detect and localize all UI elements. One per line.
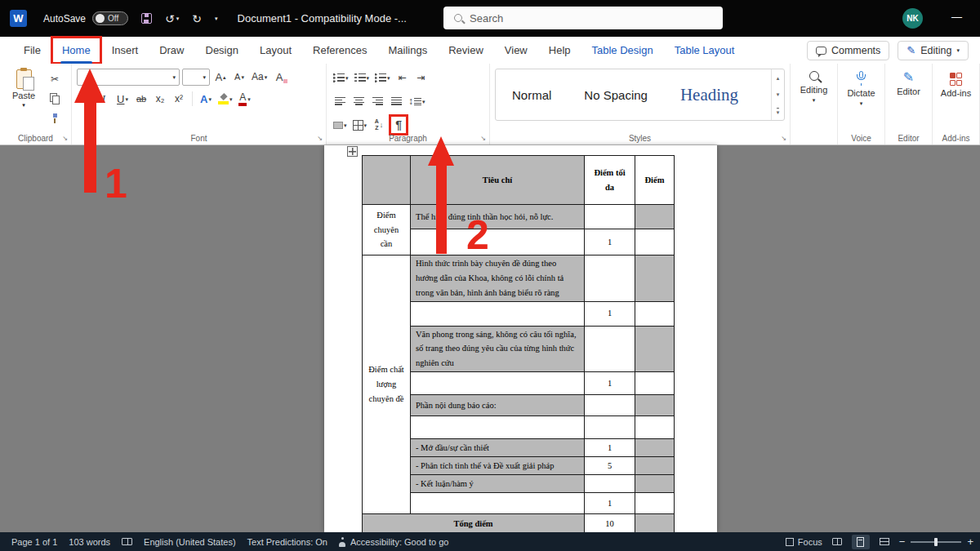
page[interactable]: Tiêu chíĐiểm tối đaĐiểmĐiểm chuyên cầnTh… [324, 145, 717, 532]
tab-table-design[interactable]: Table Design [581, 37, 664, 64]
table-cell[interactable]: - Mở đầu/sự cần thiết [411, 439, 585, 457]
table-cell[interactable]: Điểm chuyên cần [363, 205, 411, 256]
format-painter-button[interactable] [47, 109, 63, 127]
tab-review[interactable]: Review [438, 37, 494, 64]
tab-view[interactable]: View [494, 37, 538, 64]
table-cell[interactable] [411, 372, 585, 395]
table-cell[interactable]: Tiêu chí [411, 156, 585, 205]
clipboard-dialog-launcher[interactable]: ↘ [62, 135, 68, 142]
table-cell[interactable] [585, 416, 635, 439]
proofing-button[interactable] [122, 538, 132, 545]
italic-button[interactable]: I [96, 90, 112, 108]
tab-references[interactable]: References [302, 37, 377, 64]
web-layout-button[interactable] [875, 535, 893, 549]
style-no-spacing[interactable]: No Spacing [568, 69, 664, 120]
table-cell[interactable]: Điểm [635, 156, 675, 205]
table-cell[interactable] [635, 372, 675, 395]
table-cell[interactable]: Điểm chất lượng chuyên đề [363, 256, 411, 514]
table-cell[interactable]: 1 [585, 493, 635, 514]
cut-button[interactable]: ✂ [47, 70, 63, 88]
table-cell[interactable]: 1 [585, 301, 635, 326]
editing-mode-button[interactable]: ✎ Editing ▾ [898, 41, 969, 60]
strikethrough-button[interactable]: ab [133, 90, 149, 108]
line-spacing-button[interactable]: ↕▾ [407, 92, 427, 110]
table-cell[interactable] [635, 514, 675, 532]
table-cell[interactable]: 1 [585, 439, 635, 457]
table-cell[interactable] [635, 493, 675, 514]
table-cell[interactable] [585, 395, 635, 416]
bullets-button[interactable]: ▾ [332, 69, 350, 87]
font-size-combobox[interactable]: ▾ [182, 69, 210, 86]
change-case-button[interactable]: Aa▾ [250, 68, 269, 86]
dictate-button[interactable]: Dictate ▾ [843, 68, 880, 106]
table-cell[interactable] [585, 475, 635, 493]
tab-layout[interactable]: Layout [249, 37, 302, 64]
table-cell[interactable] [635, 457, 675, 475]
styles-dialog-launcher[interactable]: ↘ [781, 135, 786, 142]
shading-button[interactable]: ▾ [332, 116, 349, 134]
style-heading[interactable]: Heading [664, 69, 755, 120]
text-effects-button[interactable]: A▾ [198, 90, 214, 108]
save-button[interactable] [141, 13, 152, 24]
table-cell[interactable] [635, 301, 675, 326]
print-layout-button[interactable] [852, 535, 870, 549]
tab-file[interactable]: File [13, 37, 51, 64]
minimize-button[interactable]: — [951, 11, 962, 23]
grow-font-button[interactable]: A▴ [212, 68, 229, 86]
shrink-font-button[interactable]: A▾ [231, 68, 247, 86]
autosave-toggle[interactable]: Off [92, 11, 128, 25]
table-cell[interactable] [411, 229, 585, 256]
table-cell[interactable] [411, 416, 585, 439]
align-left-button[interactable] [332, 92, 348, 110]
zoom-slider-handle[interactable] [934, 538, 938, 546]
numbering-button[interactable]: ▾ [353, 69, 372, 87]
copy-button[interactable] [47, 90, 63, 108]
focus-button[interactable]: Focus [786, 537, 822, 547]
table-move-handle[interactable] [347, 146, 358, 157]
table-cell[interactable] [635, 256, 675, 302]
table-cell[interactable] [585, 256, 635, 302]
table-cell[interactable]: Hình thức trình bày chuyên đề đúng theo … [411, 256, 585, 302]
paragraph-dialog-launcher[interactable]: ↘ [480, 135, 486, 142]
editing-button[interactable]: Editing ▾ [795, 68, 832, 103]
decrease-indent-button[interactable]: ⇤ [394, 69, 411, 87]
align-center-button[interactable] [350, 92, 367, 110]
gallery-up-icon[interactable]: ▴ [777, 75, 780, 81]
highlight-button[interactable]: ▾ [216, 90, 234, 108]
table-cell[interactable]: Điểm tối đa [585, 156, 635, 205]
font-dialog-launcher[interactable]: ↘ [317, 135, 323, 142]
styles-more-button[interactable]: ▾ [777, 108, 780, 115]
table-cell[interactable] [635, 439, 675, 457]
superscript-button[interactable]: x² [171, 90, 187, 108]
table-cell[interactable]: 1 [585, 229, 635, 256]
table-cell[interactable] [585, 205, 635, 229]
table-cell[interactable] [411, 301, 585, 326]
table-cell[interactable]: 5 [585, 457, 635, 475]
table-cell[interactable] [585, 326, 635, 372]
undo-button[interactable]: ↺▾ [165, 12, 179, 25]
text-predictions-indicator[interactable]: Text Predictions: On [247, 537, 327, 547]
table-cell[interactable]: - Kết luận/hàm ý [411, 475, 585, 493]
table-cell[interactable] [635, 475, 675, 493]
tab-table-layout[interactable]: Table Layout [664, 37, 746, 64]
table-cell[interactable] [635, 229, 675, 256]
table-cell[interactable]: Văn phong trong sáng, không có câu tối n… [411, 326, 585, 372]
tab-help[interactable]: Help [538, 37, 581, 64]
word-count[interactable]: 103 words [69, 537, 110, 547]
table-cell[interactable]: Phần nội dung báo cáo: [411, 395, 585, 416]
quick-access-menu-button[interactable]: ▾ [215, 16, 218, 21]
borders-button[interactable]: ▾ [351, 116, 369, 134]
language-indicator[interactable]: English (United States) [144, 537, 236, 547]
comments-button[interactable]: Comments [807, 41, 889, 60]
word-logo[interactable]: W [10, 10, 27, 27]
avatar[interactable]: NK [902, 8, 923, 29]
justify-button[interactable] [388, 92, 404, 110]
bold-button[interactable]: B [77, 90, 93, 108]
underline-button[interactable]: U▾ [114, 90, 131, 108]
show-hide-formatting-button[interactable]: ¶ [390, 115, 408, 135]
redo-button[interactable]: ↻ [192, 12, 202, 25]
table-cell[interactable]: 1 [585, 372, 635, 395]
editor-button[interactable]: ✎ Editor [890, 68, 927, 96]
table-cell[interactable] [363, 156, 411, 205]
multilevel-list-button[interactable]: ▾ [373, 69, 392, 87]
